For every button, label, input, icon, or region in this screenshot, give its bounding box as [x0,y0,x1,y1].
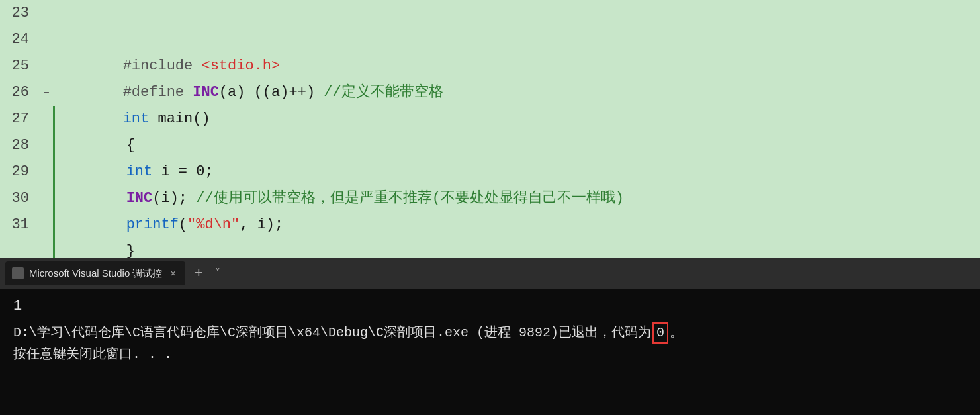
terminal-tab-icon [12,267,24,279]
terminal-press-key-line: 按任意键关闭此窗口. . . [13,345,967,363]
code-line-27: 27 { [0,106,980,132]
terminal-result-value: 1 [13,298,22,314]
code-line-29: 29 INC(i); //使用可以带空格，但是严重不推荐(不要处处显得自己不一样… [0,159,980,185]
terminal-exit-line: D:\学习\代码仓库\C语言代码仓库\C深剖项目\x64\Debug\C深剖项目… [13,322,967,344]
line-number-30: 30 [0,185,40,212]
code-editor: 23 24 #include <stdio.h> 25 #define INC(… [0,0,980,258]
code-line-24: 24 #include <stdio.h> [0,26,980,53]
terminal-exit-code: 0 [656,325,664,340]
terminal-exit-text-after: 。 [670,323,683,343]
terminal-tab-close-button[interactable]: × [170,268,175,279]
terminal-body: 1 D:\学习\代码仓库\C语言代码仓库\C深剖项目\x64\Debug\C深剖… [0,289,980,415]
terminal-tab-add-button[interactable]: + [189,265,208,282]
line-number-25: 25 [0,53,40,79]
terminal-exit-code-box: 0 [652,322,668,344]
line-number-31: 31 [0,212,40,238]
code-line-25: 25 #define INC(a) ((a)++) //定义不能带空格 [0,53,980,79]
line-number-28: 28 [0,132,40,159]
terminal-tab[interactable]: Microsoft Visual Studio 调试控 × [5,261,185,285]
terminal-exit-info: D:\学习\代码仓库\C语言代码仓库\C深剖项目\x64\Debug\C深剖项目… [13,322,967,344]
line-gutter-26[interactable]: − [40,80,53,107]
line-number-27: 27 [0,106,40,132]
terminal-press-key-text: 按任意键关闭此窗口. . . [13,347,172,362]
terminal-exit-text-before: D:\学习\代码仓库\C语言代码仓库\C深剖项目\x64\Debug\C深剖项目… [13,323,651,343]
terminal-tab-dropdown-button[interactable]: ˅ [212,267,223,280]
token-close-brace: } [126,243,135,258]
code-lines: 23 24 #include <stdio.h> 25 #define INC(… [0,0,980,238]
code-line-28: 28 int i = 0; [0,132,980,159]
line-number-29: 29 [0,159,40,185]
terminal-tab-bar: Microsoft Visual Studio 调试控 × + ˅ [0,258,980,289]
code-line-23: 23 [0,0,980,26]
terminal-wrapper: Microsoft Visual Studio 调试控 × + ˅ 1 D:\学… [0,258,980,415]
code-line-30: 30 printf("%d\n", i); [0,185,980,212]
code-line-26: 26 − int main() [0,79,980,106]
line-content-31: } [53,212,980,258]
line-number-23: 23 [0,0,40,26]
terminal-result-line: 1 [13,298,967,314]
line-number-26: 26 [0,79,40,106]
code-line-31: 31 } [0,212,980,238]
terminal-tab-label: Microsoft Visual Studio 调试控 [29,267,162,280]
line-number-24: 24 [0,26,40,53]
